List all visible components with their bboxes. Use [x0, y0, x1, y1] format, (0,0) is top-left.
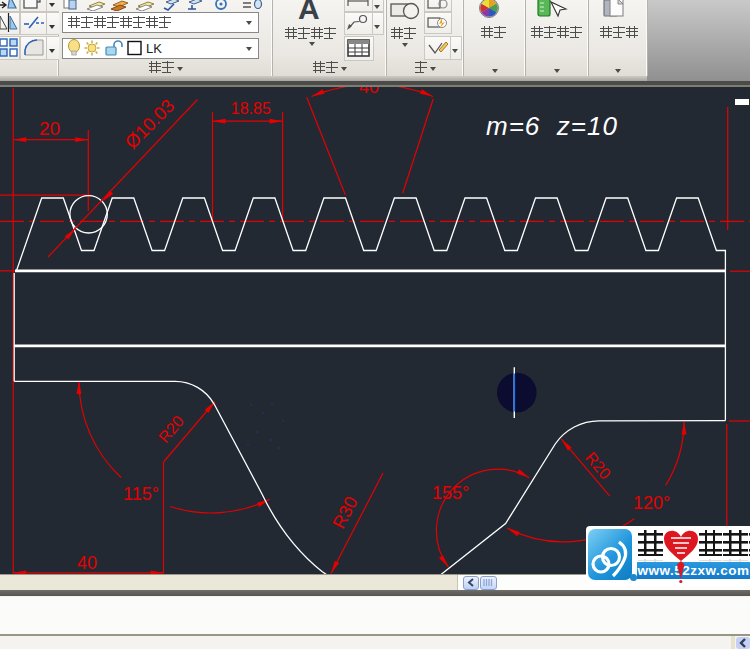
svg-text:120°: 120°: [633, 493, 670, 513]
svg-text:40: 40: [77, 553, 97, 573]
svg-text:Ø10.03: Ø10.03: [121, 95, 179, 153]
svg-text:20: 20: [39, 118, 60, 139]
svg-text:R20: R20: [155, 412, 187, 445]
svg-text:m=6 z=10: m=6 z=10: [486, 111, 618, 141]
svg-text:R20: R20: [582, 449, 614, 482]
svg-text:40: 40: [359, 87, 379, 97]
svg-text:115°: 115°: [123, 484, 159, 504]
svg-text:155°: 155°: [432, 483, 469, 503]
svg-text:18.85: 18.85: [231, 100, 271, 117]
svg-text:R30: R30: [329, 493, 362, 532]
